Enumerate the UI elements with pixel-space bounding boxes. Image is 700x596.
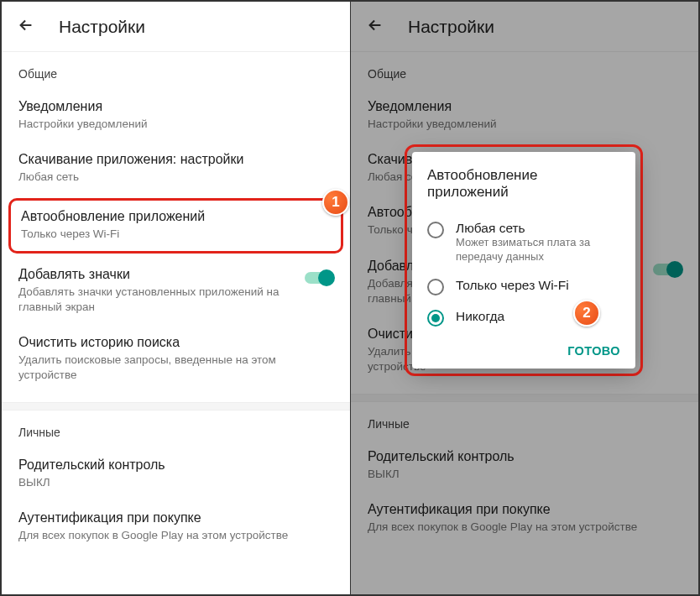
item-title: Родительский контроль: [18, 457, 333, 473]
done-button[interactable]: ГОТОВО: [567, 344, 620, 358]
item-subtitle: Только через Wi-Fi: [21, 227, 331, 242]
item-title: Уведомления: [18, 99, 333, 114]
item-title: Добавлять значки: [18, 267, 296, 282]
toggle-switch[interactable]: [305, 272, 333, 284]
back-arrow-icon[interactable]: [17, 16, 35, 38]
item-title: Очистить историю поиска: [18, 335, 333, 350]
option-label: Никогда: [456, 309, 504, 324]
item-add-icons[interactable]: Добавлять значки Добавлять значки устано…: [2, 257, 350, 325]
highlight-autoupdate[interactable]: Автообновление приложений Только через W…: [8, 198, 343, 253]
section-personal: Личные: [2, 410, 350, 447]
settings-pane-dialog: Настройки Общие Уведомления Настройки ув…: [350, 2, 698, 594]
option-wifi-only[interactable]: Только через Wi-Fi: [427, 271, 627, 302]
item-download-prefs[interactable]: Скачивание приложения: настройки Любая с…: [2, 142, 350, 195]
autoupdate-dialog: Автообновление приложений Любая сеть Мож…: [412, 152, 635, 369]
highlight-dialog: Автообновление приложений Любая сеть Мож…: [405, 144, 643, 376]
option-label: Любая сеть: [456, 221, 627, 236]
page-title: Настройки: [59, 17, 145, 37]
item-title: Аутентификация при покупке: [18, 510, 333, 525]
item-subtitle: Для всех покупок в Google Play на этом у…: [18, 528, 333, 543]
section-general: Общие: [2, 52, 350, 89]
option-label: Только через Wi-Fi: [456, 278, 569, 293]
radio-icon: [427, 222, 444, 238]
item-clear-history[interactable]: Очистить историю поиска Удалить поисковы…: [2, 325, 350, 393]
radio-icon: [427, 279, 444, 295]
app-bar: Настройки: [2, 2, 350, 52]
radio-icon-checked: [427, 310, 444, 327]
item-auth[interactable]: Аутентификация при покупке Для всех поку…: [2, 500, 350, 553]
option-sublabel: Может взиматься плата за передачу данных: [456, 236, 627, 264]
settings-pane-before: Настройки Общие Уведомления Настройки ув…: [2, 2, 350, 594]
item-subtitle: Настройки уведомлений: [18, 117, 333, 132]
item-subtitle: Удалить поисковые запросы, введенные на …: [18, 353, 333, 383]
step-marker-1: 1: [322, 189, 349, 216]
option-any-network[interactable]: Любая сеть Может взиматься плата за пере…: [427, 214, 627, 271]
section-divider: [2, 402, 350, 410]
item-subtitle: Любая сеть: [18, 170, 333, 185]
item-notifications[interactable]: Уведомления Настройки уведомлений: [2, 89, 350, 142]
step-marker-2: 2: [573, 300, 600, 327]
item-title: Автообновление приложений: [21, 209, 331, 224]
item-title: Скачивание приложения: настройки: [18, 152, 333, 167]
dialog-title: Автообновление приложений: [427, 167, 627, 201]
item-subtitle: Добавлять значки установленных приложени…: [18, 285, 296, 315]
item-subtitle: ВЫКЛ: [18, 475, 333, 490]
item-parental[interactable]: Родительский контроль ВЫКЛ: [2, 447, 350, 500]
